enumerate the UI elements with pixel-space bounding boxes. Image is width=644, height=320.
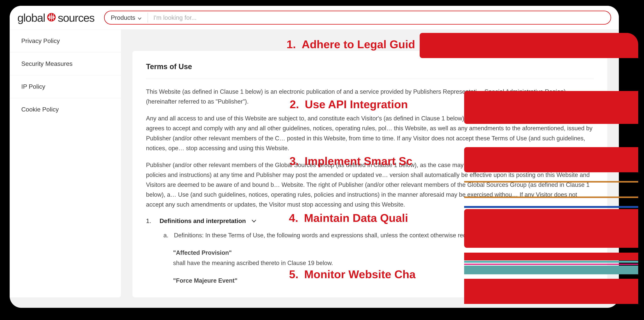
chevron-down-icon: [138, 14, 141, 21]
subsection-text: Definitions: In these Terms of Use, the …: [174, 232, 481, 239]
logo-globe-icon: [46, 13, 56, 23]
app-window: global sources Products: [10, 6, 619, 308]
term-label: "Affected Provision": [173, 248, 594, 258]
subsection-a: a. Definitions: In these Terms of Use, t…: [146, 230, 594, 241]
paragraph-1: This Website (as defined in Clause 1 bel…: [146, 87, 594, 107]
paragraph-2: Any and all access to and use of this We…: [146, 113, 594, 153]
search-category-label: Products: [111, 14, 135, 21]
logo-sources-text: sources: [58, 11, 94, 24]
sidebar-item-privacy[interactable]: Privacy Policy: [10, 30, 121, 53]
paragraph-3: Publisher (and/or other relevant members…: [146, 160, 594, 210]
definition-force-majeure: "Force Majeure Event": [146, 276, 594, 286]
body: Privacy Policy Security Measures IP Poli…: [10, 30, 619, 297]
section-1-header[interactable]: 1. Definitions and interpretation: [146, 217, 594, 225]
sidebar-item-security[interactable]: Security Measures: [10, 53, 121, 75]
search-input[interactable]: [148, 14, 610, 21]
card-title: Terms of Use: [146, 63, 594, 79]
logo[interactable]: global sources: [18, 11, 94, 24]
main-content: Terms of Use This Website (as defined in…: [121, 30, 619, 297]
search-category-dropdown[interactable]: Products: [105, 13, 148, 23]
header: global sources Products: [10, 6, 619, 30]
term-label: "Force Majeure Event": [173, 276, 594, 286]
logo-global-text: global: [18, 11, 45, 24]
subsection-label: a.: [164, 232, 168, 239]
sidebar-item-ip[interactable]: IP Policy: [10, 75, 121, 98]
section-number: 1.: [146, 217, 154, 225]
terms-card: Terms of Use This Website (as defined in…: [132, 51, 607, 297]
sidebar: Privacy Policy Security Measures IP Poli…: [10, 30, 121, 297]
definition-affected-provision: "Affected Provision" shall have the mean…: [146, 248, 594, 268]
term-desc: shall have the meaning ascribed thereto …: [173, 258, 594, 268]
search-bar: Products: [104, 11, 611, 25]
section-title: Definitions and interpretation: [160, 217, 246, 225]
sidebar-item-cookie[interactable]: Cookie Policy: [10, 98, 121, 121]
chevron-down-icon: [252, 218, 256, 224]
